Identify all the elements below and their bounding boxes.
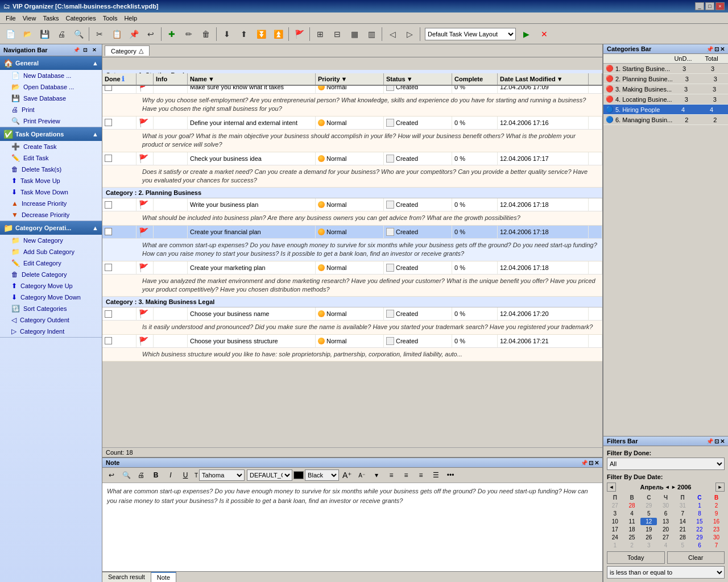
close-button[interactable]: × [715, 2, 725, 10]
note-size-select[interactable]: DEFAULT_CHAR [247, 469, 292, 481]
cat-bar-row-3[interactable]: 🔴 3. Making Busines... 3 3 [603, 84, 728, 94]
tb-flag[interactable]: 🚩 [291, 26, 307, 42]
cal-day[interactable]: 22 [692, 526, 708, 533]
cal-day[interactable]: 10 [607, 518, 623, 525]
cal-day[interactable]: 5 [675, 542, 691, 549]
tb-layout-apply[interactable]: ▶ [518, 26, 534, 42]
cal-day[interactable]: 2 [708, 502, 725, 509]
checkbox-3[interactable] [105, 155, 112, 162]
td-done-8[interactable] [102, 335, 136, 347]
note-color-select[interactable]: Black [305, 469, 339, 481]
nav-decrease-priority[interactable]: ▼ Decrease Priority [0, 209, 102, 221]
tb-copy[interactable]: 📋 [109, 26, 125, 42]
th-priority[interactable]: Priority ▼ [316, 73, 384, 85]
cat-bar-row-2[interactable]: 🔴 2. Planning Busine... 3 3 [603, 74, 728, 84]
cat-bar-close-btn[interactable]: ✕ [720, 46, 725, 52]
table-row[interactable]: 🚩 Check your business idea Normal Create… [102, 152, 602, 165]
table-row[interactable]: 🚩 Define your internal and external inte… [102, 117, 602, 130]
cal-day[interactable]: 29 [640, 502, 657, 509]
nav-section-header-general[interactable]: 🏠 General ▲ [0, 56, 102, 70]
tb-move-bottom[interactable]: ⏬ [253, 26, 269, 42]
cat-bar-row-1[interactable]: 🔴 1. Starting Busine... 3 3 [603, 64, 728, 74]
td-name-5[interactable]: Create your financial plan [188, 226, 316, 238]
cat-bar-pin-btn[interactable]: 📌 [706, 46, 713, 52]
cal-day[interactable]: 1 [692, 502, 708, 509]
nav-print[interactable]: 🖨 Print [0, 104, 102, 115]
menu-categories[interactable]: Categories [63, 14, 100, 23]
cal-day[interactable]: 27 [657, 534, 674, 541]
nav-task-move-up[interactable]: ⬆ Task Move Up [0, 175, 102, 186]
checkbox-2[interactable] [105, 119, 112, 126]
checkbox-4[interactable] [105, 201, 112, 209]
cal-day[interactable]: 9 [708, 510, 725, 517]
table-row[interactable]: 🚩 Write your business plan Normal Create… [102, 198, 602, 211]
nav-add-sub-category[interactable]: 📁 Add Sub Category [0, 246, 102, 257]
filters-float-btn[interactable]: ⊡ [714, 438, 719, 444]
menu-help[interactable]: Help [121, 14, 140, 23]
cat-bar-row-5[interactable]: 🔵 5. Hiring People 4 4 [603, 105, 728, 115]
td-done-4[interactable] [102, 198, 136, 211]
nav-edit-category[interactable]: ✏️ Edit Category [0, 257, 102, 269]
cal-day[interactable]: 14 [675, 518, 691, 525]
cal-day[interactable]: 24 [607, 534, 623, 541]
cal-day[interactable]: 4 [624, 510, 640, 517]
note-tb-align-left[interactable]: ≡ [384, 469, 398, 481]
tb-preview[interactable]: 🔍 [71, 26, 86, 42]
task-scroll-area[interactable]: Category : 1. Starting Business 🚩 Make s… [102, 70, 602, 447]
note-tb-italic[interactable]: I [164, 469, 177, 481]
cat-bar-float-btn[interactable]: ⊡ [714, 46, 719, 52]
td-name-4[interactable]: Write your business plan [188, 198, 316, 211]
cal-day[interactable]: 7 [675, 510, 691, 517]
cal-day[interactable]: 6 [692, 542, 708, 549]
cal-day[interactable]: 17 [607, 526, 623, 533]
td-done-3[interactable] [102, 152, 136, 165]
checkbox-7[interactable] [105, 310, 112, 318]
cal-day[interactable]: 27 [607, 502, 623, 509]
nav-float-btn[interactable]: ⊡ [81, 46, 89, 54]
nav-category-move-up[interactable]: ⬆ Category Move Up [0, 280, 102, 292]
filters-pin-btn[interactable]: 📌 [706, 438, 713, 444]
tb-move-down2[interactable]: ⬇ [219, 26, 235, 42]
cal-day[interactable]: 16 [708, 518, 725, 525]
tb-undo[interactable]: ↩ [143, 26, 159, 42]
note-content[interactable]: What are common start-up expenses? Do yo… [102, 483, 602, 571]
checkbox-5[interactable] [105, 228, 112, 235]
tb-layout-delete[interactable]: ✕ [536, 26, 552, 42]
today-button[interactable]: Today [607, 551, 665, 564]
tab-note[interactable]: Note [151, 572, 176, 582]
th-date[interactable]: Date Last Modified ▼ [498, 73, 589, 85]
nav-edit-task[interactable]: ✏️ Edit Task [0, 152, 102, 164]
cal-day[interactable]: 25 [624, 534, 640, 541]
nav-section-header-cat-ops[interactable]: 📁 Category Operati... ▲ [0, 221, 102, 235]
cal-day[interactable]: 18 [624, 526, 640, 533]
cal-prev-month[interactable]: ◄ [607, 483, 616, 492]
cal-day-today[interactable]: 12 [640, 518, 657, 525]
tb-col2[interactable]: ▥ [363, 26, 379, 42]
cal-day[interactable]: 3 [640, 542, 657, 549]
tb-cut[interactable]: ✂ [92, 26, 107, 42]
td-done-2[interactable] [102, 117, 136, 129]
tb-task-new[interactable]: ✚ [164, 26, 180, 42]
td-name-2[interactable]: Define your internal and external intent [188, 117, 316, 129]
cal-day[interactable]: 26 [640, 534, 657, 541]
cal-day[interactable]: 30 [708, 534, 725, 541]
tb-paste[interactable]: 📌 [126, 26, 142, 42]
note-tb-underline[interactable]: U [179, 469, 192, 481]
menu-tasks[interactable]: Tasks [39, 14, 62, 23]
filters-close-btn[interactable]: ✕ [720, 438, 725, 444]
tb-task-edit[interactable]: ✏ [181, 26, 197, 42]
cat-bar-row-6[interactable]: 🔵 6. Managing Busin... 2 2 [603, 115, 728, 125]
maximize-button[interactable]: □ [705, 2, 714, 10]
tb-move-up2[interactable]: ⬆ [236, 26, 252, 42]
td-done-5[interactable] [102, 226, 136, 238]
tb-new[interactable]: 📄 [2, 26, 18, 42]
nav-sort-categories[interactable]: 🔃 Sort Categories [0, 303, 102, 314]
note-tb-align-center[interactable]: ≡ [399, 469, 413, 481]
tb-print[interactable]: 🖨 [53, 26, 69, 42]
td-done-7[interactable] [102, 307, 136, 320]
layout-select[interactable]: Default Task View Layout [425, 28, 516, 40]
th-done[interactable]: Done ℹ [102, 73, 136, 85]
nav-delete-task[interactable]: 🗑 Delete Task(s) [0, 164, 102, 175]
note-tb-font-size-up[interactable]: A⁺ [340, 469, 354, 481]
tb-expand[interactable]: ⊞ [312, 26, 328, 42]
